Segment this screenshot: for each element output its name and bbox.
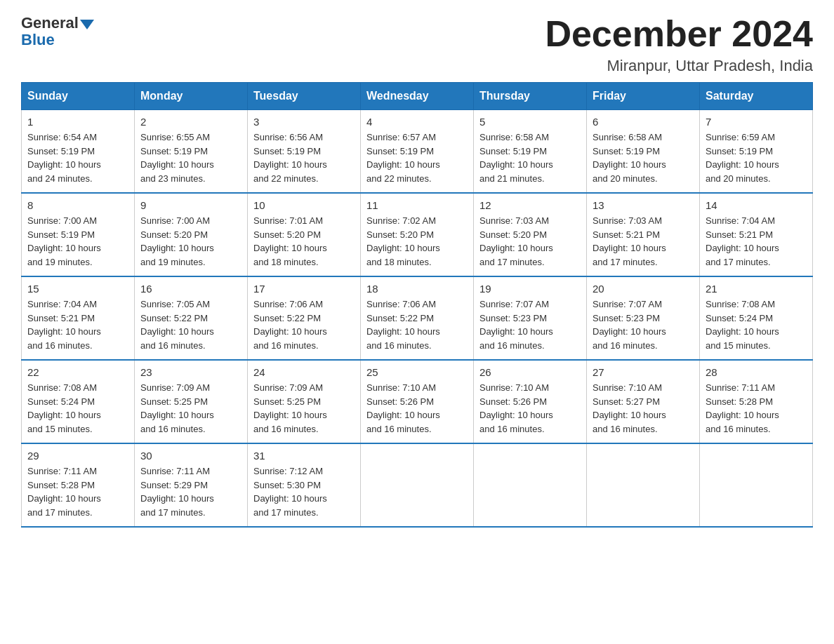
table-row [700, 443, 813, 527]
table-row: 1Sunrise: 6:54 AMSunset: 5:19 PMDaylight… [22, 110, 135, 194]
day-info: Sunrise: 7:04 AMSunset: 5:21 PMDaylight:… [706, 215, 779, 267]
day-number: 29 [27, 450, 128, 462]
day-info: Sunrise: 7:11 AMSunset: 5:28 PMDaylight:… [27, 466, 101, 518]
table-row: 21Sunrise: 7:08 AMSunset: 5:24 PMDayligh… [700, 276, 813, 360]
calendar-table: Sunday Monday Tuesday Wednesday Thursday… [21, 82, 813, 528]
table-row: 14Sunrise: 7:04 AMSunset: 5:21 PMDayligh… [700, 193, 813, 276]
day-number: 7 [706, 116, 807, 128]
calendar-week-row: 15Sunrise: 7:04 AMSunset: 5:21 PMDayligh… [22, 276, 813, 360]
calendar-week-row: 8Sunrise: 7:00 AMSunset: 5:19 PMDaylight… [22, 193, 813, 276]
day-number: 26 [479, 366, 581, 378]
table-row: 25Sunrise: 7:10 AMSunset: 5:26 PMDayligh… [361, 360, 474, 443]
day-number: 17 [253, 283, 355, 295]
day-info: Sunrise: 7:08 AMSunset: 5:24 PMDaylight:… [27, 382, 101, 434]
table-row: 16Sunrise: 7:05 AMSunset: 5:22 PMDayligh… [135, 276, 248, 360]
header-friday: Friday [587, 83, 700, 110]
table-row: 10Sunrise: 7:01 AMSunset: 5:20 PMDayligh… [248, 193, 361, 276]
day-info: Sunrise: 6:58 AMSunset: 5:19 PMDaylight:… [479, 132, 553, 184]
day-number: 30 [140, 450, 241, 462]
day-info: Sunrise: 7:10 AMSunset: 5:26 PMDaylight:… [366, 382, 440, 434]
day-info: Sunrise: 7:00 AMSunset: 5:19 PMDaylight:… [27, 215, 101, 267]
day-info: Sunrise: 6:57 AMSunset: 5:19 PMDaylight:… [366, 132, 440, 184]
day-number: 16 [140, 283, 241, 295]
day-info: Sunrise: 7:11 AMSunset: 5:28 PMDaylight:… [706, 382, 779, 434]
day-number: 10 [253, 199, 355, 211]
table-row: 12Sunrise: 7:03 AMSunset: 5:20 PMDayligh… [474, 193, 587, 276]
title-area: December 2024 Miranpur, Uttar Pradesh, I… [545, 14, 813, 75]
day-number: 4 [366, 116, 468, 128]
day-number: 20 [593, 283, 694, 295]
day-number: 21 [706, 283, 807, 295]
table-row [474, 443, 587, 527]
location-subtitle: Miranpur, Uttar Pradesh, India [545, 57, 813, 75]
day-number: 15 [27, 283, 128, 295]
day-info: Sunrise: 7:03 AMSunset: 5:20 PMDaylight:… [479, 215, 553, 267]
table-row: 29Sunrise: 7:11 AMSunset: 5:28 PMDayligh… [22, 443, 135, 527]
table-row: 22Sunrise: 7:08 AMSunset: 5:24 PMDayligh… [22, 360, 135, 443]
day-info: Sunrise: 7:01 AMSunset: 5:20 PMDaylight:… [253, 215, 327, 267]
day-info: Sunrise: 7:09 AMSunset: 5:25 PMDaylight:… [253, 382, 327, 434]
day-number: 22 [27, 366, 128, 378]
header-sunday: Sunday [22, 83, 135, 110]
day-number: 9 [140, 199, 241, 211]
day-info: Sunrise: 6:55 AMSunset: 5:19 PMDaylight:… [140, 132, 214, 184]
day-info: Sunrise: 7:00 AMSunset: 5:20 PMDaylight:… [140, 215, 214, 267]
table-row: 30Sunrise: 7:11 AMSunset: 5:29 PMDayligh… [135, 443, 248, 527]
table-row: 23Sunrise: 7:09 AMSunset: 5:25 PMDayligh… [135, 360, 248, 443]
day-number: 24 [253, 366, 355, 378]
day-number: 1 [27, 116, 128, 128]
table-row [361, 443, 474, 527]
table-row: 24Sunrise: 7:09 AMSunset: 5:25 PMDayligh… [248, 360, 361, 443]
calendar-header-row: Sunday Monday Tuesday Wednesday Thursday… [22, 83, 813, 110]
day-number: 3 [253, 116, 355, 128]
table-row: 28Sunrise: 7:11 AMSunset: 5:28 PMDayligh… [700, 360, 813, 443]
logo-general-text: General [21, 14, 79, 32]
day-number: 27 [593, 366, 694, 378]
day-info: Sunrise: 7:06 AMSunset: 5:22 PMDaylight:… [253, 299, 327, 351]
day-info: Sunrise: 6:58 AMSunset: 5:19 PMDaylight:… [593, 132, 666, 184]
day-info: Sunrise: 7:07 AMSunset: 5:23 PMDaylight:… [479, 299, 553, 351]
day-number: 6 [593, 116, 694, 128]
day-number: 28 [706, 366, 807, 378]
day-number: 14 [706, 199, 807, 211]
header-monday: Monday [135, 83, 248, 110]
table-row: 2Sunrise: 6:55 AMSunset: 5:19 PMDaylight… [135, 110, 248, 194]
calendar-week-row: 29Sunrise: 7:11 AMSunset: 5:28 PMDayligh… [22, 443, 813, 527]
day-info: Sunrise: 7:12 AMSunset: 5:30 PMDaylight:… [253, 466, 327, 518]
calendar-week-row: 1Sunrise: 6:54 AMSunset: 5:19 PMDaylight… [22, 110, 813, 194]
header-tuesday: Tuesday [248, 83, 361, 110]
table-row: 13Sunrise: 7:03 AMSunset: 5:21 PMDayligh… [587, 193, 700, 276]
day-info: Sunrise: 7:02 AMSunset: 5:20 PMDaylight:… [366, 215, 440, 267]
table-row: 6Sunrise: 6:58 AMSunset: 5:19 PMDaylight… [587, 110, 700, 194]
table-row: 26Sunrise: 7:10 AMSunset: 5:26 PMDayligh… [474, 360, 587, 443]
table-row: 3Sunrise: 6:56 AMSunset: 5:19 PMDaylight… [248, 110, 361, 194]
day-number: 13 [593, 199, 694, 211]
table-row [587, 443, 700, 527]
day-number: 11 [366, 199, 468, 211]
header-thursday: Thursday [474, 83, 587, 110]
day-number: 25 [366, 366, 468, 378]
day-number: 12 [479, 199, 581, 211]
day-number: 8 [27, 199, 128, 211]
day-info: Sunrise: 7:10 AMSunset: 5:27 PMDaylight:… [593, 382, 666, 434]
logo-blue-text: Blue [21, 31, 55, 49]
table-row: 15Sunrise: 7:04 AMSunset: 5:21 PMDayligh… [22, 276, 135, 360]
day-number: 2 [140, 116, 241, 128]
day-number: 5 [479, 116, 581, 128]
day-info: Sunrise: 7:10 AMSunset: 5:26 PMDaylight:… [479, 382, 553, 434]
table-row: 27Sunrise: 7:10 AMSunset: 5:27 PMDayligh… [587, 360, 700, 443]
day-info: Sunrise: 7:06 AMSunset: 5:22 PMDaylight:… [366, 299, 440, 351]
table-row: 20Sunrise: 7:07 AMSunset: 5:23 PMDayligh… [587, 276, 700, 360]
day-number: 23 [140, 366, 241, 378]
day-info: Sunrise: 6:56 AMSunset: 5:19 PMDaylight:… [253, 132, 327, 184]
day-info: Sunrise: 7:05 AMSunset: 5:22 PMDaylight:… [140, 299, 214, 351]
day-info: Sunrise: 7:07 AMSunset: 5:23 PMDaylight:… [593, 299, 666, 351]
table-row: 19Sunrise: 7:07 AMSunset: 5:23 PMDayligh… [474, 276, 587, 360]
table-row: 7Sunrise: 6:59 AMSunset: 5:19 PMDaylight… [700, 110, 813, 194]
header-saturday: Saturday [700, 83, 813, 110]
day-info: Sunrise: 7:04 AMSunset: 5:21 PMDaylight:… [27, 299, 101, 351]
table-row: 17Sunrise: 7:06 AMSunset: 5:22 PMDayligh… [248, 276, 361, 360]
month-title: December 2024 [545, 14, 813, 54]
table-row: 11Sunrise: 7:02 AMSunset: 5:20 PMDayligh… [361, 193, 474, 276]
logo: General Blue [21, 14, 94, 49]
